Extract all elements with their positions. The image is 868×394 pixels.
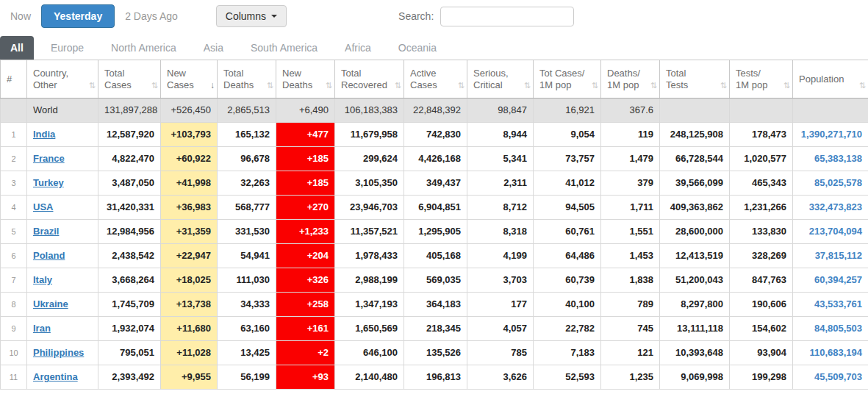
column-header[interactable]: Serious, Critical ⇅ [467, 60, 534, 98]
country-link[interactable]: Argentina [33, 371, 78, 382]
total-tests-cell: 51,200,043 [660, 268, 730, 293]
sort-icon[interactable]: ⇅ [326, 79, 331, 91]
cases-per-1m-cell: 40,100 [534, 293, 601, 317]
sort-icon[interactable]: ⇅ [151, 79, 157, 91]
continent-tab[interactable]: Africa [334, 36, 381, 60]
column-header-line2: Deaths [223, 79, 270, 91]
population-link[interactable]: 1,390,271,710 [801, 129, 862, 140]
total-deaths-cell: 56,199 [218, 365, 276, 390]
population-link[interactable]: 65,383,138 [814, 153, 862, 164]
sort-icon[interactable]: ⇅ [592, 79, 598, 91]
active-cases-cell: 4,426,168 [404, 147, 467, 171]
population-link[interactable]: 332,473,823 [809, 201, 862, 212]
new-deaths-cell: +2 [276, 341, 335, 365]
covid-table: # Country, Other ⇅ Total Cases ⇅ New Cas… [0, 60, 868, 390]
country-link[interactable]: Italy [33, 274, 52, 285]
country-link[interactable]: USA [33, 201, 53, 212]
new-cases-cell: +11,680 [161, 317, 218, 341]
column-header-line2: Other [33, 79, 92, 91]
total-tests-cell [660, 98, 730, 123]
country-link[interactable]: Philippines [33, 347, 84, 358]
cases-per-1m-cell: 41,012 [534, 171, 601, 196]
cases-per-1m-cell: 16,921 [534, 98, 601, 123]
continent-tab[interactable]: Europe [40, 36, 94, 60]
sort-icon[interactable]: ⇅ [524, 79, 530, 91]
continent-tab[interactable]: Asia [193, 36, 234, 60]
population-link[interactable]: 37,815,112 [815, 250, 862, 261]
population-link[interactable]: 43,533,761 [814, 298, 862, 309]
sort-icon[interactable]: ⇅ [395, 79, 401, 91]
continent-tab[interactable]: North America [101, 36, 187, 60]
column-header[interactable]: Total Deaths ⇅ [218, 60, 276, 98]
sort-icon[interactable]: ⇅ [783, 79, 789, 91]
search-input[interactable] [440, 7, 574, 26]
new-cases-cell: +9,955 [161, 365, 218, 390]
columns-button[interactable]: Columns [216, 5, 287, 27]
population-link[interactable]: 45,509,703 [814, 371, 862, 382]
total-recovered-cell: 646,100 [335, 341, 404, 365]
tests-per-1m-cell: 178,473 [730, 123, 793, 147]
now-button[interactable]: Now [10, 10, 31, 22]
population-link[interactable]: 85,025,578 [814, 177, 862, 188]
total-recovered-cell: 2,988,199 [335, 268, 404, 293]
sort-icon[interactable]: ⇅ [720, 79, 726, 91]
total-tests-cell: 8,297,800 [660, 293, 730, 317]
new-deaths-cell: +1,233 [276, 220, 335, 244]
population-link[interactable]: 110,683,194 [809, 347, 862, 358]
active-cases-cell: 1,295,905 [404, 220, 467, 244]
yesterday-button[interactable]: Yesterday [41, 4, 115, 28]
column-header[interactable]: Tests/ 1M pop ⇅ [730, 60, 793, 98]
continent-tab[interactable]: South America [240, 36, 328, 60]
column-header[interactable]: New Cases ↓ [161, 60, 218, 98]
total-cases-cell: 1,932,074 [98, 317, 161, 341]
new-cases-cell: +13,738 [161, 293, 218, 317]
country-link[interactable]: Brazil [33, 226, 59, 237]
column-header-line2: Deaths [282, 79, 329, 91]
column-header[interactable]: Total Recovered ⇅ [335, 60, 404, 98]
total-deaths-cell: 568,777 [218, 196, 276, 220]
continent-tabs: All Europe North America Asia South Amer… [0, 36, 868, 60]
two-days-ago-button[interactable]: 2 Days Ago [125, 10, 178, 22]
population-link[interactable]: 213,704,094 [809, 226, 862, 237]
serious-critical-cell: 4,057 [467, 317, 534, 341]
column-header[interactable]: Active Cases ⇅ [404, 60, 467, 98]
column-header-line2: 1M pop [539, 79, 595, 91]
sort-icon[interactable]: ⇅ [458, 79, 464, 91]
total-recovered-cell: 11,357,521 [335, 220, 404, 244]
column-header[interactable]: Total Cases ⇅ [98, 60, 161, 98]
country-link[interactable]: Ukraine [33, 298, 68, 309]
continent-tab[interactable]: Oceania [388, 36, 447, 60]
active-cases-cell: 135,526 [404, 341, 467, 365]
country-cell: France [27, 147, 98, 171]
population-link[interactable]: 60,394,257 [814, 274, 862, 285]
column-header[interactable]: Population ⇅ [793, 60, 868, 98]
column-header[interactable]: Total Tests ⇅ [660, 60, 730, 98]
population-cell: 60,394,257 [793, 268, 868, 293]
sort-icon[interactable]: ↓ [210, 79, 214, 91]
column-header[interactable]: Deaths/ 1M pop ⇅ [601, 60, 660, 98]
country-link[interactable]: Turkey [33, 177, 64, 188]
table-row: 6 Poland 2,438,542 +22,947 54,941 +204 1… [1, 244, 868, 268]
column-header[interactable]: Country, Other ⇅ [27, 60, 98, 98]
sort-icon[interactable]: ⇅ [89, 79, 95, 91]
population-link[interactable]: 84,805,503 [814, 323, 862, 334]
table-row: 1 India 12,587,920 +103,793 165,132 +477… [1, 123, 868, 147]
country-link[interactable]: India [33, 129, 55, 140]
sort-icon[interactable]: ⇅ [267, 79, 273, 91]
country-link[interactable]: Poland [33, 250, 65, 261]
total-deaths-cell: 96,678 [218, 147, 276, 171]
column-header[interactable]: Tot Cases/ 1M pop ⇅ [534, 60, 601, 98]
sort-icon[interactable]: ⇅ [650, 79, 656, 91]
column-header[interactable]: New Deaths ⇅ [276, 60, 335, 98]
country-link[interactable]: Iran [33, 323, 51, 334]
active-cases-cell: 6,904,851 [404, 196, 467, 220]
column-header[interactable]: # [1, 60, 27, 98]
tests-per-1m-cell: 328,269 [730, 244, 793, 268]
sort-icon[interactable]: ⇅ [859, 79, 865, 91]
table-row: 8 Ukraine 1,745,709 +13,738 34,333 +258 … [1, 293, 868, 317]
country-link[interactable]: France [33, 153, 65, 164]
continent-tab[interactable]: All [0, 36, 34, 60]
tests-per-1m-cell: 1,020,577 [730, 147, 793, 171]
total-tests-cell: 9,069,998 [660, 365, 730, 390]
total-deaths-cell: 331,530 [218, 220, 276, 244]
